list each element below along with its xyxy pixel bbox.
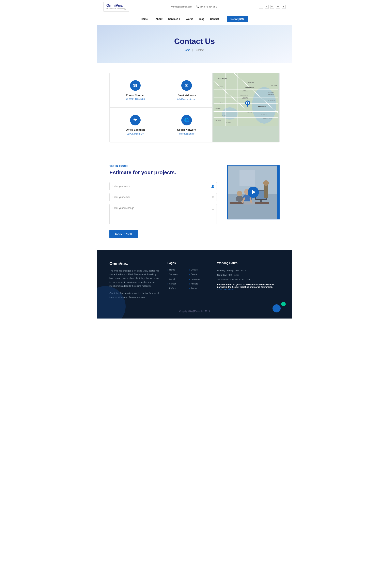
map-area: North Bergen HARLEM Secaucus MANHATTAN U… bbox=[213, 73, 279, 142]
footer-bottom: Copyright By@Example - 2019 bbox=[109, 306, 280, 312]
social-icons: f t b+ in ▶ bbox=[259, 5, 286, 9]
section-tag: Get In Touch bbox=[109, 165, 217, 167]
video-overlay bbox=[228, 165, 279, 219]
email-icon: ✉ bbox=[171, 5, 173, 8]
user-icon: 👤 bbox=[211, 185, 214, 188]
breadcrumb-home[interactable]: Home bbox=[184, 49, 190, 51]
footer-hours-col: Working Hours Monday - Friday: 7:00 - 17… bbox=[217, 261, 280, 299]
email-input[interactable] bbox=[109, 193, 217, 201]
footer-link-home[interactable]: Home bbox=[167, 268, 187, 271]
svg-point-2 bbox=[222, 107, 238, 120]
svg-text:Secaucus: Secaucus bbox=[218, 86, 223, 87]
map-container: North Bergen HARLEM Secaucus MANHATTAN U… bbox=[213, 73, 279, 142]
nav-contact[interactable]: Contact bbox=[210, 18, 219, 20]
page-title: Contact Us bbox=[103, 37, 286, 46]
breadcrumb: Home | Contact bbox=[103, 49, 286, 51]
form-left: Get In Touch Estimate for your projects.… bbox=[109, 165, 217, 238]
logo-sub: IT Service & Technology bbox=[106, 8, 126, 10]
location-icon: 🗺 bbox=[130, 115, 141, 126]
message-input[interactable] bbox=[109, 204, 217, 224]
logo-box: OmniVus. IT Service & Technology bbox=[103, 2, 129, 12]
footer-links: Home Details Services Contact About Busi… bbox=[167, 268, 209, 290]
nav-home[interactable]: Home + bbox=[141, 18, 150, 20]
footer-hours-list: Monday - Friday: 7:00 - 17:00 Saturday: … bbox=[217, 268, 280, 282]
twitter-icon[interactable]: t bbox=[265, 5, 269, 9]
email-field-wrapper: ✉ bbox=[109, 193, 217, 201]
header-email: ✉ info@webmail.com bbox=[171, 5, 192, 8]
breadcrumb-separator: | bbox=[192, 49, 193, 51]
svg-text:HARLEM: HARLEM bbox=[248, 82, 254, 83]
svg-text:JACKSON: JACKSON bbox=[268, 92, 274, 93]
header-contact: ✉ info@webmail.com 📞 786 875 864 75 7 bbox=[171, 5, 217, 8]
nav-works[interactable]: Works bbox=[186, 18, 193, 20]
footer: OmniVus. The web has changed a lot since… bbox=[97, 250, 292, 319]
footer-grid: OmniVus. The web has changed a lot since… bbox=[109, 261, 280, 299]
svg-text:North Bergen: North Bergen bbox=[218, 78, 227, 79]
svg-text:UPPER: UPPER bbox=[243, 90, 247, 91]
footer-link-affiliate[interactable]: Affiliate bbox=[189, 282, 209, 285]
play-button[interactable] bbox=[248, 187, 259, 198]
svg-text:Bayonne: Bayonne bbox=[216, 108, 221, 109]
footer-pages-col: Pages Home Details Services Contact Abou… bbox=[167, 261, 209, 299]
footer-link-services[interactable]: Services bbox=[167, 273, 187, 276]
svg-point-38 bbox=[247, 102, 248, 104]
submit-button[interactable]: Submit Now bbox=[109, 230, 138, 238]
facebook-icon[interactable]: f bbox=[259, 5, 263, 9]
phone-title: Phone Number bbox=[126, 94, 144, 97]
linkedin-icon[interactable]: in bbox=[276, 5, 280, 9]
footer-hours-bold-text: For more then 30 years, bbox=[217, 283, 242, 286]
footer-hours-saturday: Saturday: 7:00 - 12:00 bbox=[217, 273, 280, 277]
footer-circle-medium bbox=[272, 304, 281, 312]
footer-circle-small bbox=[281, 302, 286, 306]
footer-desc1: The web has changed a lot since Vitaly p… bbox=[109, 269, 159, 288]
form-section: Get In Touch Estimate for your projects.… bbox=[97, 153, 292, 250]
svg-text:New York: New York bbox=[218, 102, 223, 103]
svg-text:MIDTOWN: MIDTOWN bbox=[243, 97, 248, 98]
footer-link-about[interactable]: About bbox=[167, 278, 187, 281]
svg-text:MANHATTAN: MANHATTAN bbox=[242, 98, 249, 99]
location-title: Office Location bbox=[126, 128, 145, 131]
contact-card-location: 🗺 Office Location 12/A, London, UK bbox=[110, 108, 161, 142]
contact-cards-left: ☎ Phone Number +7 (800) 123 45 69 ✉ Emai… bbox=[110, 73, 213, 142]
email-value: info@webmail.com bbox=[177, 98, 196, 100]
svg-text:HELLS KITCHEN: HELLS KITCHEN bbox=[240, 95, 248, 97]
svg-text:HEIGHTS: HEIGHTS bbox=[268, 94, 274, 95]
name-input[interactable] bbox=[109, 182, 217, 190]
discover-more-link[interactable]: › Discover More bbox=[217, 288, 280, 291]
hero-banner: Contact Us Home | Contact bbox=[97, 25, 292, 63]
form-title: Estimate for your projects. bbox=[109, 169, 217, 176]
contact-card-phone: ☎ Phone Number +7 (800) 123 45 69 bbox=[110, 73, 161, 108]
social-title: Social Network bbox=[177, 128, 196, 131]
name-field-wrapper: 👤 bbox=[109, 182, 217, 190]
footer-link-refund[interactable]: Refund bbox=[167, 287, 187, 290]
footer-link-career[interactable]: Career bbox=[167, 282, 187, 285]
footer-link-business[interactable]: Business bbox=[189, 278, 209, 281]
footer-link-terms[interactable]: Terms bbox=[189, 287, 209, 290]
nav-about[interactable]: About bbox=[155, 18, 162, 20]
footer-link-details[interactable]: Details bbox=[189, 268, 209, 271]
youtube-icon[interactable]: ▶ bbox=[282, 5, 286, 9]
footer-hours-weekday: Monday - Friday: 7:00 - 17:00 bbox=[217, 268, 280, 273]
svg-text:ELMHURST: ELMHURST bbox=[268, 100, 275, 101]
phone-value: +7 (800) 123 45 69 bbox=[126, 98, 145, 100]
logo-area: OmniVus. IT Service & Technology bbox=[103, 2, 129, 12]
blogger-icon[interactable]: b+ bbox=[270, 5, 274, 9]
get-quote-button[interactable]: Get A Quote bbox=[227, 16, 248, 22]
form-right bbox=[227, 165, 280, 219]
social-icon: 🌐 bbox=[181, 115, 192, 126]
contact-card-email: ✉ Email Address info@webmail.com bbox=[161, 73, 212, 108]
footer-link-contact[interactable]: Contact bbox=[189, 273, 209, 276]
nav-services[interactable]: Services + bbox=[168, 18, 180, 20]
svg-text:NEW YORK: NEW YORK bbox=[216, 120, 221, 121]
video-thumbnail[interactable] bbox=[227, 165, 280, 219]
contact-section: ☎ Phone Number +7 (800) 123 45 69 ✉ Emai… bbox=[97, 63, 292, 153]
video-accent-bar bbox=[277, 165, 280, 219]
email-icon: ✉ bbox=[181, 80, 192, 91]
footer-hours-sunday: Sunday and holidays: 8:00 - 10:00 bbox=[217, 277, 280, 282]
svg-text:COLLEGE: COLLEGE bbox=[271, 85, 277, 86]
svg-text:EAST NEW YORK: EAST NEW YORK bbox=[263, 118, 272, 119]
email-field-icon: ✉ bbox=[212, 196, 214, 199]
message-field-wrapper: ✏ bbox=[109, 204, 217, 225]
nav-blog[interactable]: Blog bbox=[199, 18, 204, 20]
footer-pages-title: Pages bbox=[167, 261, 209, 265]
